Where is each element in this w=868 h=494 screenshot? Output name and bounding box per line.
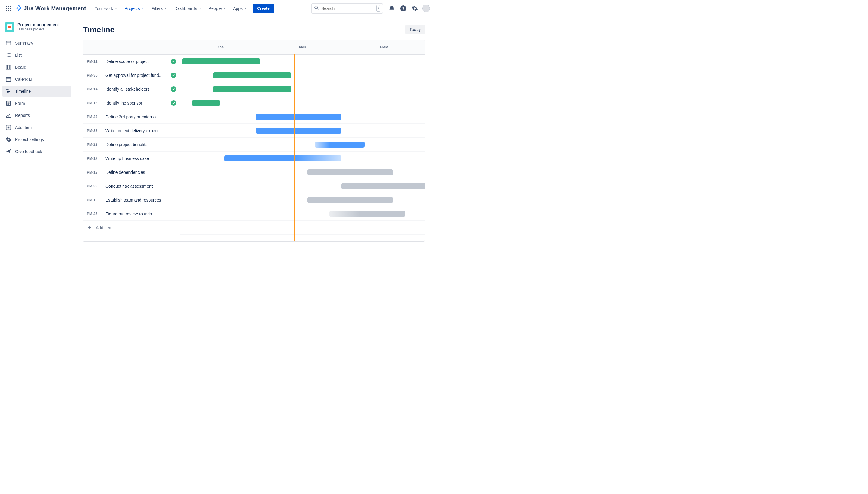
gantt-bar[interactable] [256,128,341,134]
svg-rect-14 [8,65,9,69]
gantt-bar[interactable] [329,211,405,217]
slash-shortcut-badge: / [376,5,380,12]
sidebar-item-project-settings[interactable]: Project settings [2,134,71,145]
sidebar-item-summary[interactable]: Summary [2,37,71,49]
nav-item-your-work[interactable]: Your work [92,4,121,13]
gantt-bar[interactable] [341,183,425,189]
task-row[interactable]: PM-14Identify all stakeholders [83,82,180,96]
svg-point-7 [8,10,9,11]
settings-icon[interactable] [410,4,419,13]
search-box[interactable]: / [311,3,383,14]
reports-icon [5,112,12,118]
nav-item-label: Apps [233,6,243,11]
svg-point-0 [6,6,7,7]
task-key: PM-13 [87,101,101,105]
task-row[interactable]: PM-12Define dependencies [83,165,180,179]
nav-item-filters[interactable]: Filters [148,4,170,13]
product-logo[interactable]: Jira Work Management [16,5,86,12]
jira-logo-icon [16,5,22,12]
sidebar-item-label: List [15,53,22,58]
gantt-row [180,165,425,179]
gantt-row [180,110,425,124]
sidebar-item-label: Add item [15,125,32,130]
task-row[interactable]: PM-35Get approval for project fund... [83,69,180,82]
gantt-bar[interactable] [182,58,260,64]
gantt-bar[interactable] [213,72,292,78]
plus-icon [87,225,92,230]
gantt-bar[interactable] [256,114,341,120]
sidebar-item-timeline[interactable]: Timeline [2,86,71,97]
nav-item-dashboards[interactable]: Dashboards [171,4,204,13]
project-header[interactable]: Project management Business project [2,22,71,37]
add-item-row[interactable]: Add item [83,221,180,235]
nav-item-apps[interactable]: Apps [230,4,250,13]
gantt-bar[interactable] [315,141,365,148]
task-row[interactable]: PM-22Define project benefits [83,138,180,152]
create-button[interactable]: Create [253,4,274,13]
timeline-icon [5,88,12,94]
sidebar-item-form[interactable]: Form [2,98,71,109]
task-row[interactable]: PM-10Establish team and resources [83,193,180,207]
task-row[interactable]: PM-29Conduct risk assessment [83,179,180,193]
notifications-icon[interactable] [388,4,396,13]
nav-item-label: Your work [95,6,113,11]
svg-rect-15 [10,65,11,69]
timeline-container: JANFEBMAR PM-11Define scope of projectPM… [83,40,425,242]
task-title: Define project benefits [106,142,176,147]
sidebar-item-reports[interactable]: Reports [2,110,71,121]
search-input[interactable] [321,6,374,11]
chevron-down-icon [223,7,226,9]
task-row[interactable]: PM-32Write project delivery expect... [83,124,180,138]
task-row[interactable]: PM-13Identify the sponsor [83,96,180,110]
app-switcher-icon[interactable] [4,4,13,13]
sidebar-item-add-item[interactable]: Add item [2,122,71,133]
gantt-bar[interactable] [192,100,220,106]
sidebar-item-give-feedback[interactable]: Give feedback [2,146,71,157]
chevron-down-icon [115,7,117,9]
task-key: PM-14 [87,87,101,91]
gantt-bar[interactable] [224,155,341,162]
gantt-row [180,96,425,110]
sidebar-item-label: Give feedback [15,149,42,154]
today-button[interactable]: Today [405,25,425,34]
sidebar-item-list[interactable]: List [2,50,71,61]
nav-item-projects[interactable]: Projects [122,4,147,13]
gantt-row [180,55,425,69]
task-row[interactable]: PM-33Define 3rd party or external [83,110,180,124]
sidebar-item-board[interactable]: Board [2,61,71,73]
task-title: Define 3rd party or external [106,114,176,119]
header-actions: ? [388,4,430,13]
gantt-bar[interactable] [308,197,393,203]
svg-text:?: ? [402,6,404,11]
task-row[interactable]: PM-27Figure out review rounds [83,207,180,221]
help-icon[interactable]: ? [399,4,407,13]
page-title: Timeline [83,25,114,34]
task-title: Get approval for project fund... [106,73,167,78]
gantt-row [180,152,425,165]
gantt-bar[interactable] [308,169,393,175]
month-header: MAR [343,40,425,54]
task-title: Conduct risk assessment [106,184,176,189]
nav-item-label: Dashboards [174,6,197,11]
nav-item-label: People [208,6,222,11]
sidebar-item-label: Form [15,101,25,106]
task-key: PM-29 [87,184,101,188]
today-marker [294,55,295,242]
project-type: Business project [17,27,59,31]
task-row[interactable]: PM-17Write up business case [83,152,180,165]
task-key: PM-11 [87,59,101,63]
summary-icon [5,40,12,46]
task-key: PM-27 [87,212,101,216]
sidebar-item-calendar[interactable]: Calendar [2,74,71,85]
profile-avatar[interactable] [422,4,430,13]
feedback-icon [5,149,12,154]
gantt-row [180,82,425,96]
svg-point-3 [6,8,7,9]
task-row[interactable]: PM-11Define scope of project [83,55,180,69]
nav-item-people[interactable]: People [206,4,229,13]
gantt-bar[interactable] [213,86,292,92]
month-header: JAN [180,40,262,54]
gantt-row [180,207,425,221]
task-title: Identify all stakeholders [106,87,167,92]
gantt-row [180,124,425,138]
